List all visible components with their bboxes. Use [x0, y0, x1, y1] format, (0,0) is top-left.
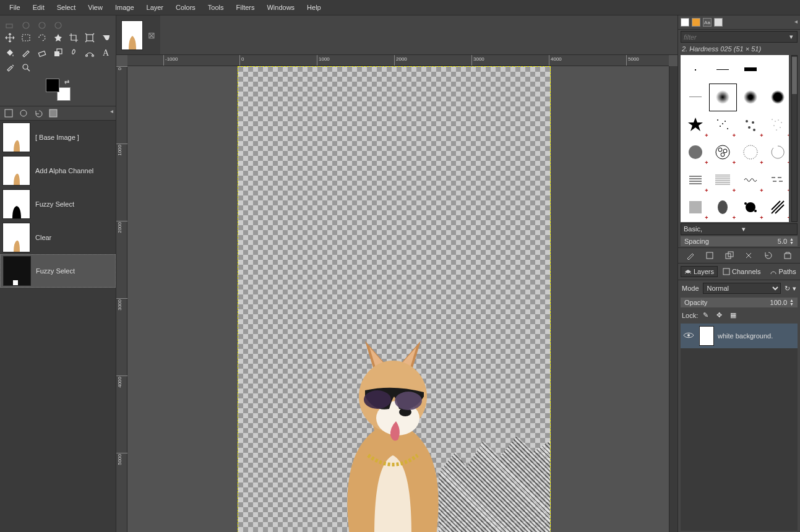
- lock-position-icon[interactable]: ✥: [716, 311, 725, 320]
- menu-image[interactable]: Image: [110, 2, 140, 13]
- menu-edit[interactable]: Edit: [27, 2, 50, 13]
- close-icon[interactable]: ⊠: [148, 30, 155, 40]
- move-tool[interactable]: [2, 31, 17, 45]
- brush-soft-050[interactable]: [737, 84, 764, 111]
- brush-soft-075[interactable]: [765, 84, 789, 111]
- foreground-color[interactable]: [46, 79, 59, 92]
- menu-select[interactable]: Select: [51, 2, 82, 13]
- brush-empty[interactable]: [765, 56, 789, 84]
- history-item-clear[interactable]: Clear: [0, 221, 116, 254]
- layer-item[interactable]: white background.: [681, 324, 798, 348]
- free-select-tool[interactable]: [35, 31, 49, 45]
- refresh-brush-icon[interactable]: [763, 251, 773, 260]
- spacing-slider[interactable]: Spacing 5.0 ▲▼: [681, 236, 798, 246]
- text-tool[interactable]: A: [98, 46, 113, 59]
- canvas[interactable]: [238, 66, 551, 532]
- color-swatch[interactable]: ⇄: [46, 79, 71, 101]
- brush-sponge[interactable]: +: [682, 139, 709, 166]
- brush-hatch1[interactable]: +: [682, 166, 709, 194]
- brush-star[interactable]: +: [682, 111, 709, 139]
- reset-mode-icon[interactable]: ↻: [785, 285, 790, 293]
- smudge-tool[interactable]: [66, 46, 81, 59]
- brush-dots[interactable]: +: [737, 139, 764, 166]
- paintbrush-tool[interactable]: [19, 46, 33, 59]
- lock-alpha-icon[interactable]: ▦: [730, 311, 739, 320]
- opacity-spinner[interactable]: ▲▼: [789, 299, 794, 306]
- new-brush-icon[interactable]: [705, 251, 715, 260]
- brush-charcoal[interactable]: +: [710, 194, 737, 221]
- menu-tools[interactable]: Tools: [202, 2, 230, 13]
- duplicate-brush-icon[interactable]: [725, 251, 734, 260]
- left-dock-menu-icon[interactable]: ◂: [110, 108, 113, 119]
- swap-colors-icon[interactable]: ⇄: [64, 79, 69, 85]
- brush-cells[interactable]: +: [710, 139, 737, 166]
- device-tab[interactable]: [17, 108, 30, 119]
- history-item-fuzzy2[interactable]: Fuzzy Select: [0, 254, 116, 288]
- menu-windows[interactable]: Windows: [261, 2, 300, 13]
- canvas-viewport[interactable]: [127, 66, 669, 532]
- brush-filter-input[interactable]: [681, 32, 786, 42]
- menu-help[interactable]: Help: [301, 2, 327, 13]
- layers-tab[interactable]: Layers: [681, 266, 718, 277]
- brush-texture[interactable]: +: [682, 194, 709, 221]
- right-dock-menu-icon[interactable]: ◂: [794, 18, 798, 27]
- vertical-ruler[interactable]: 0 1000 2000 3000 4000 5000: [116, 66, 127, 532]
- menu-colors[interactable]: Colors: [170, 2, 201, 13]
- brush-hatch2[interactable]: +: [710, 166, 737, 194]
- brush-line[interactable]: [710, 56, 737, 84]
- bucket-tool[interactable]: [2, 46, 17, 59]
- fonts-tab-icon[interactable]: Aa: [703, 18, 712, 27]
- menu-view[interactable]: View: [82, 2, 108, 13]
- document-tab[interactable]: ⊠: [116, 15, 160, 54]
- brush-pixel[interactable]: [682, 56, 709, 84]
- images-tab[interactable]: [47, 108, 59, 119]
- menu-layer[interactable]: Layer: [141, 2, 170, 13]
- visibility-icon[interactable]: [683, 332, 695, 340]
- open-brush-icon[interactable]: [783, 251, 793, 260]
- mode-menu-icon[interactable]: ▾: [793, 285, 796, 293]
- brushes-tab-icon[interactable]: [681, 18, 689, 27]
- opacity-slider[interactable]: Opacity 100.0 ▲▼: [681, 298, 798, 307]
- color-picker-tool[interactable]: [2, 61, 17, 74]
- blend-mode-select[interactable]: Normal: [703, 283, 781, 294]
- brush-scribble[interactable]: +: [737, 166, 764, 194]
- zoom-tool[interactable]: [19, 61, 33, 74]
- eraser-tool[interactable]: [35, 46, 49, 59]
- tool-options-tab[interactable]: [2, 108, 15, 119]
- brush-soft-025[interactable]: [710, 84, 737, 111]
- brush-scatter2[interactable]: +: [737, 111, 764, 139]
- history-item-fuzzy1[interactable]: Fuzzy Select: [0, 187, 116, 221]
- menu-filters[interactable]: Filters: [231, 2, 260, 13]
- brush-swirl[interactable]: +: [765, 139, 789, 166]
- history-item-base[interactable]: [ Base Image ]: [0, 121, 116, 154]
- channels-tab[interactable]: Channels: [719, 266, 764, 277]
- rect-select-tool[interactable]: [19, 31, 33, 45]
- horizontal-ruler[interactable]: -1000 0 1000 2000 3000 4000 5000: [127, 55, 669, 66]
- brush-scrollbar[interactable]: [791, 55, 798, 222]
- spacing-spinner[interactable]: ▲▼: [789, 238, 794, 245]
- vertical-scrollbar[interactable]: [669, 66, 677, 532]
- chevron-down-icon[interactable]: ▾: [786, 32, 797, 42]
- warp-tool[interactable]: [98, 31, 113, 45]
- brush-scatter1[interactable]: +: [710, 111, 737, 139]
- brush-diag[interactable]: +: [765, 194, 789, 221]
- brush-thin[interactable]: [682, 84, 709, 111]
- path-tool[interactable]: [82, 46, 97, 59]
- history-tab-icon[interactable]: [714, 18, 723, 27]
- history-item-alpha[interactable]: Add Alpha Channel: [0, 154, 116, 187]
- undo-history-tab[interactable]: [32, 108, 45, 119]
- delete-brush-icon[interactable]: [744, 251, 754, 260]
- transform-tool[interactable]: [82, 31, 97, 45]
- brush-thick[interactable]: [737, 56, 764, 84]
- brush-preset-select[interactable]: Basic, ▾: [681, 223, 798, 235]
- edit-brush-icon[interactable]: [686, 251, 695, 260]
- brush-splat[interactable]: +: [737, 194, 764, 221]
- fuzzy-select-tool[interactable]: [51, 31, 66, 45]
- patterns-tab-icon[interactable]: [692, 18, 700, 27]
- brush-dashes[interactable]: +: [765, 166, 789, 194]
- brush-scatter3[interactable]: +: [765, 111, 789, 139]
- lock-pixels-icon[interactable]: ✎: [703, 311, 712, 320]
- menu-file[interactable]: File: [4, 2, 26, 13]
- crop-tool[interactable]: [66, 31, 81, 45]
- paths-tab[interactable]: Paths: [766, 266, 800, 277]
